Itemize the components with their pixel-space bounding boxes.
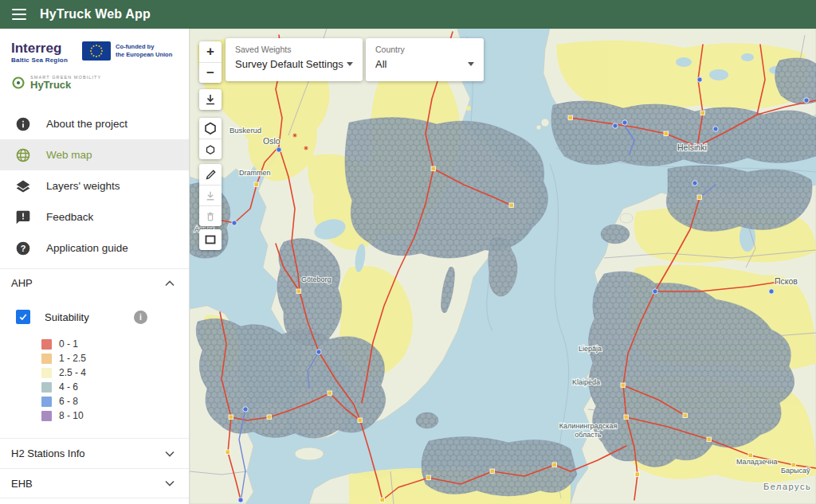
download-icon xyxy=(204,93,217,106)
help-icon: ? xyxy=(14,240,32,257)
draw-pencil-button[interactable] xyxy=(199,164,222,185)
hytruck-emblem-icon xyxy=(11,76,26,90)
draw-tools xyxy=(199,164,222,226)
country-select[interactable]: Country All xyxy=(366,38,484,81)
saved-weights-value: Survey Default Settings xyxy=(235,58,343,70)
legend-item: 1 - 2.5 xyxy=(41,351,189,365)
download-map-button[interactable] xyxy=(199,89,222,110)
chevron-up-icon xyxy=(165,280,175,287)
app-header: HyTruck Web App xyxy=(0,0,816,29)
legend-swatch xyxy=(41,354,52,364)
sidebar-item-label: Application guide xyxy=(46,242,128,254)
svg-text:Калининградская: Калининградская xyxy=(559,422,618,430)
sidebar-item-label: Feedback xyxy=(46,211,93,223)
suitability-legend: 0 - 1 1 - 2.5 2.5 - 4 4 - 6 6 - 8 8 - 10 xyxy=(0,330,189,431)
sidebar-item-label: About the project xyxy=(46,118,128,130)
rectangle-extent-icon xyxy=(204,233,217,246)
svg-text:Псков: Псков xyxy=(775,276,798,286)
sidebar-item-layers-weights[interactable]: Layers' weights xyxy=(0,170,189,201)
svg-text:область: область xyxy=(575,431,602,439)
svg-text:Oslo: Oslo xyxy=(263,136,280,146)
chevron-down-icon xyxy=(165,480,175,486)
h2-stations-section-header[interactable]: H2 Stations Info xyxy=(0,438,189,468)
svg-text:?: ? xyxy=(21,244,26,253)
legend-swatch xyxy=(41,339,52,350)
feedback-icon xyxy=(14,209,32,226)
legend-item: 4 - 6 xyxy=(41,380,189,394)
chevron-down-icon xyxy=(165,451,175,457)
globe-icon xyxy=(14,147,32,164)
sidebar: Interreg Baltic Sea Region Co-funded by … xyxy=(0,29,190,504)
trash-disabled-icon xyxy=(205,211,216,222)
svg-text:Liepāja: Liepāja xyxy=(579,345,602,353)
sidebar-nav: About the project Web map Layers' weight… xyxy=(0,108,189,264)
hexagon-small-icon xyxy=(206,145,215,154)
sidebar-item-feedback[interactable]: Feedback xyxy=(0,201,189,232)
download-disabled-icon xyxy=(205,190,216,201)
web-map[interactable]: Buskerud Oslo Drammen Agder Helsinki Göt… xyxy=(190,29,816,504)
svg-text:Helsinki: Helsinki xyxy=(677,143,707,152)
zoom-control: + − xyxy=(199,41,222,83)
sidebar-item-application-guide[interactable]: ? Application guide xyxy=(0,232,189,264)
basemap: Buskerud Oslo Drammen Agder Helsinki Göt… xyxy=(190,29,816,504)
legend-item: 2.5 - 4 xyxy=(41,365,189,380)
legend-swatch xyxy=(41,411,52,421)
country-label: Country xyxy=(375,45,474,54)
save-drawing-button[interactable] xyxy=(199,185,222,205)
sidebar-item-label: Web map xyxy=(46,149,92,161)
pencil-icon xyxy=(205,169,217,181)
saved-weights-select[interactable]: Saved Weights Survey Default Settings xyxy=(226,38,363,81)
extent-control xyxy=(199,229,222,250)
svg-text:Göteborg: Göteborg xyxy=(301,275,332,283)
suitability-checkbox[interactable] xyxy=(16,310,30,324)
zoom-out-button[interactable]: − xyxy=(199,62,222,83)
suitability-info-icon[interactable]: i xyxy=(134,311,147,324)
legend-item: 8 - 10 xyxy=(41,408,189,423)
hexagon-icon xyxy=(204,122,217,135)
extent-button[interactable] xyxy=(199,229,222,250)
legend-item: 0 - 1 xyxy=(41,337,189,351)
sidebar-item-web-map[interactable]: Web map xyxy=(0,139,189,170)
suitability-row: Suitability i xyxy=(0,303,189,330)
menu-icon[interactable] xyxy=(10,5,29,24)
legend-item: 6 - 8 xyxy=(41,394,189,408)
zoom-in-button[interactable]: + xyxy=(199,41,222,62)
svg-text:Klaipėda: Klaipėda xyxy=(572,378,600,386)
chevron-down-icon xyxy=(468,62,474,66)
info-icon xyxy=(14,115,32,133)
interreg-logo: Interreg Baltic Sea Region xyxy=(11,41,68,64)
svg-text:Buskerud: Buskerud xyxy=(230,126,261,135)
country-value: All xyxy=(375,58,386,70)
download-control xyxy=(199,89,222,110)
eu-cofunded-logo: Co-funded by the European Union xyxy=(82,41,172,61)
ahp-section-header[interactable]: AHP xyxy=(0,268,189,297)
svg-text:Барысаў: Барысаў xyxy=(781,467,810,475)
legend-swatch xyxy=(41,368,52,378)
delete-drawing-button[interactable] xyxy=(199,205,222,226)
svg-text:Drammen: Drammen xyxy=(239,169,271,177)
saved-weights-label: Saved Weights xyxy=(235,45,353,54)
ahp-title: AHP xyxy=(11,277,33,289)
ehb-section-header[interactable]: EHB xyxy=(0,468,189,498)
eu-flag-icon xyxy=(82,41,111,61)
hexagon-select-button[interactable] xyxy=(199,118,222,139)
suitability-label: Suitability xyxy=(45,311,89,323)
svg-text:Маладзечна: Маладзечна xyxy=(736,458,778,466)
logo-block: Interreg Baltic Sea Region Co-funded by … xyxy=(0,29,189,97)
svg-text:Беларусь: Беларусь xyxy=(763,482,811,491)
app-window: HyTruck Web App Interreg Baltic Sea Regi… xyxy=(0,0,816,504)
sidebar-item-about[interactable]: About the project xyxy=(0,108,189,139)
legend-swatch xyxy=(41,397,52,407)
sidebar-item-label: Layers' weights xyxy=(46,180,120,192)
legend-swatch xyxy=(41,382,52,393)
layers-icon xyxy=(14,178,32,195)
page-title: HyTruck Web App xyxy=(40,7,151,21)
hexagon-small-button[interactable] xyxy=(199,139,222,159)
hexagon-tools xyxy=(199,118,222,159)
hytruck-logo: SMART GREEN MOBILITY HyTruck xyxy=(11,75,178,91)
chevron-down-icon xyxy=(347,62,353,66)
